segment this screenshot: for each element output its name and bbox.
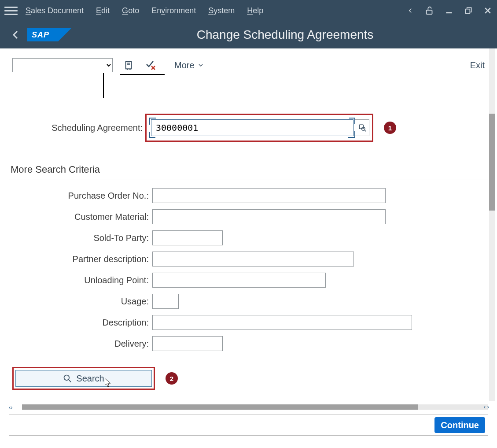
search-icon [63, 374, 72, 383]
chevron-left-icon[interactable] [405, 6, 415, 15]
search-button[interactable]: Search [15, 370, 152, 387]
more-button[interactable]: More [174, 60, 204, 70]
horizontal-scrollbar[interactable]: ‹› [9, 404, 488, 410]
menu-goto[interactable]: Goto [122, 6, 139, 15]
scheduling-agreement-label: Scheduling Agreement: [48, 123, 145, 133]
svg-rect-10 [359, 125, 363, 129]
sap-logo: SAP [27, 28, 71, 41]
scroll-left-arrows[interactable]: ‹› [9, 404, 22, 411]
continue-button[interactable]: Continue [434, 417, 485, 433]
description-input[interactable] [152, 315, 412, 330]
footer-bar: Continue [9, 415, 488, 436]
partner-description-label: Partner description: [9, 254, 152, 264]
title-bar: SAP Change Scheduling Agreements [0, 21, 497, 48]
unloading-point-input[interactable] [152, 273, 326, 288]
search-button-label: Search [76, 374, 104, 384]
svg-line-14 [69, 380, 71, 382]
content-area: Scheduling Agreement: 1 More Search Crit… [0, 74, 497, 399]
annotation-badge-1: 1 [384, 122, 396, 134]
customer-material-label: Customer Material: [9, 212, 152, 222]
page-title: Change Scheduling Agreements [80, 28, 490, 42]
hamburger-icon[interactable] [4, 4, 18, 17]
svg-rect-0 [427, 10, 432, 14]
scheduling-agreement-highlight [145, 114, 373, 142]
search-highlight: Search [12, 367, 155, 390]
delivery-label: Delivery: [9, 339, 152, 349]
sold-to-party-label: Sold-To Party: [9, 233, 152, 243]
menu-bar: Sales Document Edit Goto Environment Sys… [0, 0, 497, 21]
exit-button[interactable]: Exit [470, 60, 485, 70]
more-search-criteria-title: More Search Criteria [11, 164, 488, 175]
unlock-icon[interactable] [425, 6, 434, 15]
scroll-right-arrows[interactable]: ‹ › [484, 404, 489, 410]
close-icon[interactable] [483, 6, 493, 15]
check-cancel-icon[interactable] [144, 59, 157, 71]
menu-edit[interactable]: Edit [96, 6, 110, 15]
restore-window-icon[interactable] [464, 6, 473, 15]
chevron-down-icon [197, 62, 204, 69]
customer-material-input[interactable] [152, 209, 386, 224]
toolbar-dropdown[interactable] [12, 58, 113, 72]
svg-rect-2 [465, 9, 470, 14]
annotation-badge-2: 2 [166, 372, 178, 385]
svg-point-13 [64, 375, 70, 381]
menu-sales-document[interactable]: Sales Document [26, 6, 84, 15]
sold-to-party-input[interactable] [152, 230, 223, 245]
minimize-icon[interactable] [444, 6, 454, 15]
menu-environment[interactable]: Environment [151, 6, 196, 15]
more-search-criteria-panel: Purchase Order No.: Customer Material: S… [9, 179, 488, 399]
delivery-input[interactable] [152, 336, 223, 351]
back-icon[interactable] [7, 26, 25, 44]
toolbar: More Exit [0, 48, 497, 74]
more-label: More [174, 60, 195, 70]
svg-line-12 [364, 130, 366, 131]
description-label: Description: [9, 318, 152, 328]
purchase-order-label: Purchase Order No.: [9, 191, 152, 201]
scheduling-agreement-input[interactable] [151, 119, 353, 136]
search-help-icon[interactable] [355, 119, 369, 136]
partner-description-input[interactable] [152, 252, 354, 267]
document-icon[interactable] [122, 59, 135, 71]
unloading-point-label: Unloading Point: [9, 275, 152, 285]
usage-input[interactable] [152, 294, 179, 309]
menu-system[interactable]: System [208, 6, 235, 15]
cursor-icon [105, 378, 114, 388]
horizontal-scroll-thumb[interactable] [22, 404, 418, 410]
menu-help[interactable]: Help [247, 6, 263, 15]
purchase-order-input[interactable] [152, 188, 386, 203]
usage-label: Usage: [9, 296, 152, 307]
horizontal-scroll-track[interactable] [22, 404, 488, 410]
